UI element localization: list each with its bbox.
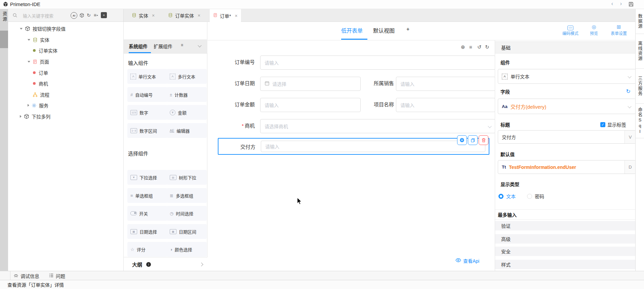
right-tab-named-sql[interactable]: 命名Sql xyxy=(636,104,644,138)
caret-right-icon[interactable] xyxy=(28,104,29,107)
palette-item-editor[interactable]: AE编辑器 xyxy=(167,123,207,138)
palette-item-number-range[interactable]: 1~3数字区间 xyxy=(127,123,167,138)
palette-tab-extension[interactable]: 扩展组件 xyxy=(154,43,172,49)
group-security[interactable]: 安全 xyxy=(495,247,644,256)
checkbox-checked-icon[interactable]: ✓ xyxy=(600,122,605,127)
selected-widget-delivery[interactable]: 交付方 请输入 xyxy=(218,138,489,155)
expand-chevron-icon[interactable] xyxy=(199,262,203,266)
delivery-input[interactable]: 请输入 xyxy=(261,141,485,152)
view-api-link[interactable]: 查看Api xyxy=(455,257,479,264)
tab-order-active[interactable]: 订单* × xyxy=(210,9,241,22)
order-date-input[interactable]: 请选择 xyxy=(260,77,361,91)
code-mode-button[interactable]: </> 编码模式 xyxy=(559,24,582,36)
nav-forward-button[interactable]: › xyxy=(620,1,622,7)
group-style[interactable]: 样式 xyxy=(495,260,644,269)
order-amount-input[interactable]: 请输入 xyxy=(260,98,361,112)
palette-item-amount[interactable]: ¥金额 xyxy=(167,105,207,120)
group-validation[interactable]: 验证 xyxy=(495,221,644,230)
widget-copy-button[interactable] xyxy=(468,135,478,145)
group-advanced[interactable]: 高级 xyxy=(495,234,644,244)
palette-item-tree-dropdown[interactable]: ▤树形下拉 xyxy=(167,170,207,185)
palette-item-checkbox-group[interactable]: ≣多选框组 xyxy=(167,188,207,203)
widget-delete-button[interactable] xyxy=(479,135,488,145)
palette-item-counter[interactable]: ±计数器 xyxy=(167,87,207,102)
default-value-input[interactable]: Tt TestFormInformation.endUser D xyxy=(498,160,636,174)
refresh-icon[interactable]: ↻ xyxy=(86,12,92,18)
preview-button[interactable]: ◎ 预览 xyxy=(582,24,606,36)
tab-close-icon[interactable]: × xyxy=(198,13,200,18)
palette-item-dropdown-select[interactable]: ▼下拉选择 xyxy=(127,170,167,185)
palette-item-switch[interactable]: 开关 xyxy=(127,206,167,221)
palette-item-date-range[interactable]: ▦日期区间 xyxy=(167,224,207,239)
palette-menu-icon[interactable]: ≡ xyxy=(181,43,183,47)
add-view-button[interactable]: + xyxy=(406,26,409,32)
outline-footer[interactable]: 大纲 i xyxy=(124,257,207,271)
palette-item-color-picker[interactable]: ◑颜色选择 xyxy=(167,242,207,257)
tree-item-order-entity[interactable]: 订单实体 xyxy=(33,46,57,55)
title-input[interactable]: 交付方 V xyxy=(498,130,636,144)
view-tab-default-view[interactable]: 默认视图 xyxy=(373,26,395,34)
tree-item-order-page[interactable]: 订单 xyxy=(33,69,48,77)
caret-right-icon[interactable] xyxy=(20,115,22,118)
redo-icon[interactable]: ↻ xyxy=(485,44,489,50)
title-variable-button[interactable]: V xyxy=(625,131,636,143)
component-market-icon[interactable]: ≡ xyxy=(101,12,107,18)
radio-selected-icon[interactable] xyxy=(498,194,504,199)
tree-item-button-switch[interactable]: 按钮切换字段值 xyxy=(20,25,66,33)
nav-back-button[interactable]: ‹ xyxy=(611,1,613,7)
palette-item-multi-line-text[interactable]: A多行文本 xyxy=(167,69,207,84)
palette-item-date-picker[interactable]: ▦日期选择 xyxy=(127,224,167,239)
sales-input[interactable]: 请输入 xyxy=(396,77,495,91)
project-name-input[interactable]: 请输入 xyxy=(396,98,495,112)
radio-password-option[interactable]: 密码 xyxy=(527,193,544,200)
tab-close-icon[interactable]: × xyxy=(235,13,237,19)
palette-item-number[interactable]: 123数字 xyxy=(127,105,167,120)
canvas-globe-icon[interactable]: ⊕ xyxy=(461,44,465,50)
undo-icon[interactable]: ↺ xyxy=(477,44,482,50)
palette-item-auto-number[interactable]: #自动编号 xyxy=(127,87,167,102)
sort-list-icon[interactable]: ≡▴ xyxy=(93,12,99,18)
tree-item-dropdown-multicol[interactable]: 下拉多列 xyxy=(20,112,50,120)
radio-text-option[interactable]: 文本 xyxy=(498,193,516,200)
tree-item-opportunity-page[interactable]: 商机 xyxy=(33,79,48,87)
radio-unselected-icon[interactable] xyxy=(527,194,532,199)
palette-item-rating[interactable]: ☆评分 xyxy=(127,242,167,257)
resource-strip-tab[interactable]: 资源 xyxy=(1,11,8,22)
tree-item-services[interactable]: 服务 xyxy=(28,101,48,109)
tab-close-icon[interactable]: × xyxy=(152,13,155,18)
palette-item-time-picker[interactable]: ◷时间选择 xyxy=(167,206,207,221)
debug-info-button[interactable]: 调试信息 xyxy=(13,271,39,280)
show-label-checkbox-group[interactable]: ✓ 显示标签 xyxy=(600,121,626,128)
field-refresh-icon[interactable]: ↻ xyxy=(626,88,631,95)
inspector-header[interactable]: 基础 xyxy=(495,41,644,53)
right-tab-datasource[interactable]: 数据源 xyxy=(636,9,644,34)
view-tab-lowcode-form[interactable]: 低开表单 xyxy=(341,26,363,34)
model-icon[interactable] xyxy=(79,12,85,18)
widget-settings-button[interactable] xyxy=(457,135,467,145)
form-canvas[interactable]: ⊕ ≡ ↺ ↻ 订单编号 请输入 订单日期 请选择 所属销售 请输入 订单金额 … xyxy=(207,40,495,271)
palette-tab-system[interactable]: 系统组件 xyxy=(129,43,148,49)
palette-item-radio-group[interactable]: ≡单选框组 xyxy=(127,188,167,203)
problems-button[interactable]: 问题 xyxy=(49,271,65,280)
field-select[interactable]: Aa 交付方(delivery) xyxy=(498,99,636,114)
tree-item-pages[interactable]: 页面 xyxy=(28,58,49,66)
ai-assistant-icon[interactable]: AI xyxy=(71,12,77,19)
right-tab-offline-resource[interactable]: 离线资源 xyxy=(636,34,644,69)
caret-down-icon[interactable] xyxy=(28,39,30,41)
component-select[interactable]: A 单行文本 xyxy=(498,69,636,84)
form-settings-button[interactable]: ⊞ 表单设置 xyxy=(607,24,631,36)
default-dynamic-button[interactable]: D xyxy=(625,160,636,174)
canvas-list-icon[interactable]: ≡ xyxy=(469,44,472,50)
palette-item-single-line-text[interactable]: A单行文本 xyxy=(127,69,167,84)
save-icon[interactable] xyxy=(628,1,634,8)
search-input[interactable] xyxy=(22,11,71,20)
order-no-input[interactable]: 请输入 xyxy=(260,56,495,70)
tab-order-entity[interactable]: 订单实体 × xyxy=(165,9,204,22)
opportunity-select[interactable]: 请选择商机 xyxy=(260,119,495,133)
tree-item-entities[interactable]: 实体 xyxy=(28,36,49,44)
tab-entity[interactable]: 实体 × xyxy=(128,9,158,22)
right-tab-third-party-service[interactable]: 三方服务 xyxy=(636,69,644,104)
caret-down-icon[interactable] xyxy=(28,61,30,63)
caret-down-icon[interactable] xyxy=(20,28,23,30)
tree-item-process[interactable]: 流程 xyxy=(33,91,49,99)
